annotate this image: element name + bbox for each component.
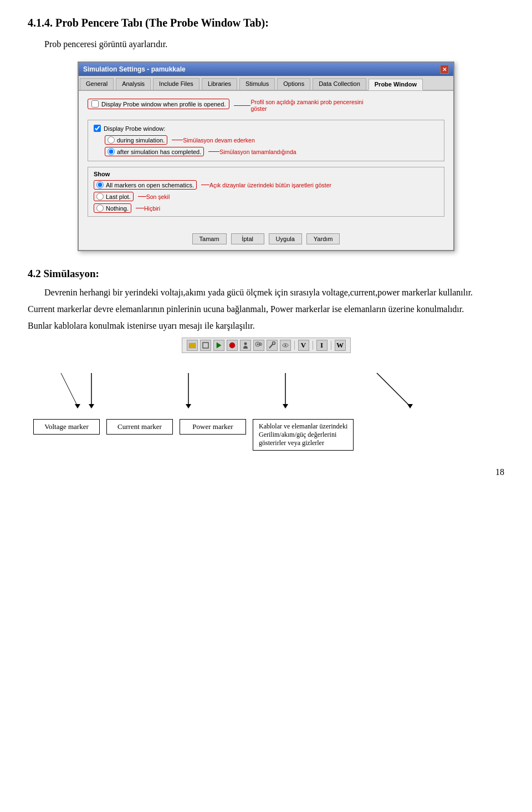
toolbar-icon-W[interactable]: W: [335, 340, 346, 351]
toolbar-row-container: V I W: [182, 338, 351, 362]
radio-during-simulation-label: during simulation.: [117, 137, 165, 144]
show-group-title: Show: [94, 171, 438, 177]
dialog-body: Display Probe window when profile is ope…: [79, 91, 453, 229]
toolbar-separator3: [331, 341, 331, 350]
dialog-footer: Tamam İptal Uygula Yardım: [79, 229, 453, 250]
section2-text3: Bunlar kablolara konulmak istenirse uyar…: [28, 321, 504, 331]
svg-marker-21: [407, 404, 413, 408]
dialog-titlebar: Simulation Settings - pamukkale ✕: [79, 63, 453, 76]
svg-marker-23: [75, 404, 80, 408]
svg-point-5: [244, 343, 247, 345]
current-marker-box: Current marker: [106, 419, 173, 435]
toolbar-icon-V[interactable]: V: [298, 340, 309, 351]
toolbar-icon-wrench[interactable]: [267, 340, 278, 351]
radio-last-plot-label: Last plot.: [106, 193, 131, 200]
tab-data-collection[interactable]: Data Collection: [313, 78, 366, 90]
radio-nothing[interactable]: [96, 205, 104, 212]
intro-text: Prob penceresi görüntü ayarlarıdır.: [44, 39, 504, 49]
tab-general[interactable]: General: [80, 78, 114, 90]
dialog-close-button[interactable]: ✕: [440, 65, 449, 74]
dpw-group-label: Display Probe window:: [104, 125, 165, 132]
kablo-line1: Kablolar ve elemanlar üzerindeki: [259, 422, 347, 430]
svg-point-11: [272, 342, 275, 345]
display-probe-checkbox[interactable]: [91, 100, 99, 108]
section2-text2: Current markerlar devre elemanlarının pi…: [28, 304, 504, 314]
radio-all-markers-label: All markers on open schematics.: [106, 182, 194, 188]
marker-toolbar: V I W: [182, 338, 351, 353]
tab-probe-window[interactable]: Probe Window: [369, 79, 423, 90]
kablo-line3: gösterirler veya gizlerler: [259, 439, 324, 447]
btn-tamam[interactable]: Tamam: [192, 233, 227, 244]
dialog-wrapper: Simulation Settings - pamukkale ✕ Genera…: [28, 62, 504, 251]
section2-heading: 4.2 Simülasyon:: [28, 268, 504, 280]
radio-last-plot[interactable]: [96, 193, 104, 200]
power-marker-box: Power marker: [180, 419, 246, 435]
toolbar-icon-play[interactable]: [213, 340, 224, 351]
toolbar-separator2: [313, 341, 313, 350]
dialog-title: Simulation Settings - pamukkale: [83, 65, 186, 73]
page-heading: 4.1.4. Prob Pencere Tabı (The Probe Wind…: [28, 17, 504, 29]
toolbar-icon-stop[interactable]: [227, 340, 238, 351]
dialog-tabs: General Analysis Include Files Libraries…: [79, 76, 453, 91]
nothing-annotation: Hiçbiri: [144, 205, 160, 212]
toolbar-icon-I[interactable]: I: [316, 340, 328, 351]
btn-uygula[interactable]: Uygula: [269, 233, 302, 244]
toolbar-icon-person[interactable]: [240, 340, 251, 351]
simulation-settings-dialog: Simulation Settings - pamukkale ✕ Genera…: [78, 62, 454, 251]
svg-line-22: [61, 373, 78, 406]
svg-point-9: [260, 344, 261, 345]
marker-boxes-row: Voltage marker Current marker Power mark…: [33, 419, 354, 451]
marker-diagram: Voltage marker Current marker Power mark…: [33, 362, 499, 451]
btn-iptal[interactable]: İptal: [231, 233, 264, 244]
btn-yardim[interactable]: Yardım: [306, 233, 340, 244]
radio-during-simulation[interactable]: [108, 136, 115, 144]
svg-point-7: [257, 344, 258, 345]
svg-marker-3: [217, 343, 221, 348]
after-simulation-annotation: Simülasyon tamamlandığında: [219, 149, 296, 155]
toolbar-separator1: [294, 341, 295, 350]
display-probe-label: Display Probe window when profile is ope…: [101, 101, 226, 108]
all-markers-annotation: Açık dizaynlar üzerindeki bütün işaretle…: [209, 182, 331, 188]
svg-rect-2: [203, 343, 208, 348]
voltage-marker-box: Voltage marker: [33, 419, 100, 435]
tab-include-files[interactable]: Include Files: [153, 78, 200, 90]
dpw-group-checkbox[interactable]: [94, 125, 101, 132]
kablo-box: Kablolar ve elemanlar üzerindeki Gerilim…: [253, 419, 354, 451]
last-plot-annotation: Son şekil: [146, 193, 170, 200]
page-number: 18: [28, 467, 504, 477]
kablo-line2: Gerilim/akım/güç değerlerini: [259, 431, 336, 438]
radio-after-simulation-label: after simulation has completed.: [117, 149, 201, 155]
section2-text1: Devrenin herhangi bir yerindeki voltajı,…: [44, 288, 504, 298]
tab-libraries[interactable]: Libraries: [202, 78, 237, 90]
toolbar-icon-folder[interactable]: [187, 340, 198, 351]
marker-section: V I W Vol: [28, 338, 504, 451]
display-probe-annotation: Profil son açıldığı zamanki prob pencere…: [250, 99, 363, 112]
during-simulation-annotation: Simülasyon devam ederken: [183, 137, 255, 144]
radio-after-simulation[interactable]: [108, 148, 115, 155]
radio-nothing-label: Nothing.: [106, 205, 129, 212]
svg-point-13: [284, 345, 286, 346]
svg-point-4: [229, 343, 235, 348]
svg-line-20: [377, 373, 410, 406]
tab-options[interactable]: Options: [277, 78, 310, 90]
svg-marker-17: [186, 404, 191, 408]
toolbar-icon-rect[interactable]: [200, 340, 211, 351]
toolbar-icon-eye[interactable]: [280, 340, 291, 351]
radio-all-markers[interactable]: [96, 181, 104, 188]
svg-marker-15: [89, 404, 94, 408]
svg-marker-19: [283, 404, 288, 408]
tab-stimulus[interactable]: Stimulus: [239, 78, 275, 90]
toolbar-icon-gear1[interactable]: [253, 340, 264, 351]
tab-analysis[interactable]: Analysis: [116, 78, 151, 90]
svg-rect-1: [189, 343, 192, 344]
